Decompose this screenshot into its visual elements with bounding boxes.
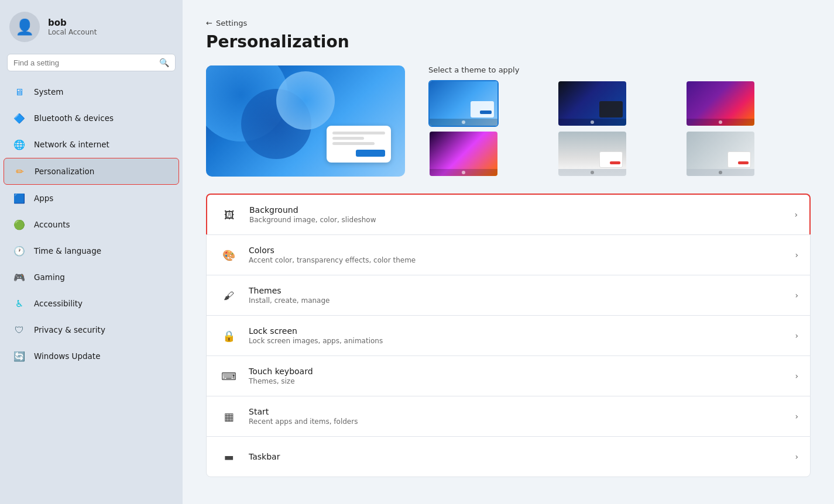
settings-title-lockscreen: Lock screen: [249, 326, 785, 336]
nav-icon-system: 🖥: [13, 85, 26, 98]
sidebar-item-update[interactable]: 🔄 Windows Update: [4, 343, 179, 369]
chevron-icon-background: ›: [794, 210, 798, 219]
settings-icon-touchkeyboard: ⌨: [218, 365, 239, 386]
nav-label-accessibility: Accessibility: [34, 299, 83, 308]
sidebar-item-privacy[interactable]: 🛡 Privacy & security: [4, 317, 179, 343]
nav-icon-time: 🕐: [13, 244, 26, 257]
settings-item-themes[interactable]: 🖌 Themes Install, create, manage ›: [206, 275, 811, 315]
theme-grid-section: Select a theme to apply: [428, 65, 811, 177]
nav-label-gaming: Gaming: [34, 272, 65, 282]
sidebar-item-network[interactable]: 🌐 Network & internet: [4, 132, 179, 157]
back-button[interactable]: ← Settings: [206, 19, 811, 27]
settings-title-taskbar: Taskbar: [249, 452, 785, 461]
theme-option-3[interactable]: [685, 80, 756, 127]
user-icon: 👤: [15, 18, 34, 36]
settings-desc-themes: Install, create, manage: [249, 296, 785, 305]
sidebar-item-time[interactable]: 🕐 Time & language: [4, 238, 179, 264]
settings-desc-background: Background image, color, slideshow: [249, 216, 785, 224]
settings-desc-lockscreen: Lock screen images, apps, animations: [249, 337, 785, 345]
settings-text-background: Background Background image, color, slid…: [249, 205, 785, 224]
theme-option-1[interactable]: [428, 80, 499, 127]
settings-icon-lockscreen: 🔒: [218, 325, 239, 346]
chevron-icon-touchkeyboard: ›: [795, 371, 798, 381]
settings-text-lockscreen: Lock screen Lock screen images, apps, an…: [249, 326, 785, 345]
settings-text-touchkeyboard: Touch keyboard Themes, size: [249, 367, 785, 385]
settings-text-taskbar: Taskbar: [249, 452, 785, 461]
search-icon: 🔍: [159, 58, 169, 67]
nav-icon-update: 🔄: [13, 350, 26, 363]
search-input[interactable]: [13, 58, 155, 67]
settings-item-touchkeyboard[interactable]: ⌨ Touch keyboard Themes, size ›: [206, 355, 811, 396]
nav-list: 🖥 System 🔷 Bluetooth & devices 🌐 Network…: [0, 78, 183, 370]
chevron-icon-start: ›: [795, 412, 798, 421]
sidebar-item-personalization[interactable]: ✏ Personalization: [4, 158, 179, 185]
back-arrow-icon: ←: [206, 19, 212, 27]
settings-list: 🖼 Background Background image, color, sl…: [206, 194, 811, 477]
nav-icon-network: 🌐: [13, 138, 26, 151]
sidebar: 👤 bob Local Account 🔍 🖥 System 🔷 Bluetoo…: [0, 0, 183, 504]
settings-desc-colors: Accent color, transparency effects, colo…: [249, 256, 785, 264]
main-content: ← Settings Personalization: [183, 0, 834, 504]
chevron-icon-taskbar: ›: [795, 452, 798, 461]
nav-icon-accounts: 🟢: [13, 218, 26, 231]
theme-preview: [206, 65, 405, 177]
nav-label-network: Network & internet: [34, 140, 109, 149]
nav-icon-gaming: 🎮: [13, 271, 26, 284]
user-info: bob Local Account: [48, 18, 97, 36]
theme-section: Select a theme to apply: [206, 65, 811, 177]
user-name: bob: [48, 18, 97, 28]
settings-desc-touchkeyboard: Themes, size: [249, 377, 785, 385]
settings-desc-start: Recent apps and items, folders: [249, 417, 785, 426]
sidebar-item-accessibility[interactable]: ♿ Accessibility: [4, 291, 179, 316]
nav-label-accounts: Accounts: [34, 220, 70, 229]
preview-window: [206, 65, 405, 177]
preview-dialog: [327, 126, 391, 163]
nav-icon-privacy: 🛡: [13, 323, 26, 336]
settings-item-taskbar[interactable]: ▬ Taskbar ›: [206, 436, 811, 477]
settings-title-colors: Colors: [249, 246, 785, 255]
nav-label-system: System: [34, 87, 63, 96]
user-type: Local Account: [48, 28, 97, 36]
theme-option-6[interactable]: [685, 130, 756, 177]
settings-text-start: Start Recent apps and items, folders: [249, 407, 785, 426]
search-bar[interactable]: 🔍: [7, 54, 176, 71]
sidebar-header: 👤 bob Local Account: [0, 0, 183, 51]
sidebar-item-gaming[interactable]: 🎮 Gaming: [4, 264, 179, 290]
settings-title-themes: Themes: [249, 286, 785, 295]
settings-icon-start: ▦: [218, 406, 239, 427]
sidebar-item-accounts[interactable]: 🟢 Accounts: [4, 212, 179, 237]
nav-icon-apps: 🟦: [13, 192, 26, 205]
page-title: Personalization: [206, 32, 811, 51]
theme-option-5[interactable]: [557, 130, 627, 177]
settings-item-background[interactable]: 🖼 Background Background image, color, sl…: [206, 194, 811, 234]
sidebar-item-system[interactable]: 🖥 System: [4, 79, 179, 105]
theme-grid-label: Select a theme to apply: [428, 65, 811, 74]
settings-item-start[interactable]: ▦ Start Recent apps and items, folders ›: [206, 396, 811, 436]
nav-icon-personalization: ✏: [13, 165, 26, 178]
chevron-icon-themes: ›: [795, 291, 798, 300]
theme-option-2[interactable]: [557, 80, 627, 127]
chevron-icon-lockscreen: ›: [795, 331, 798, 340]
nav-icon-bluetooth: 🔷: [13, 112, 26, 125]
settings-title-touchkeyboard: Touch keyboard: [249, 367, 785, 376]
back-label: Settings: [216, 19, 247, 27]
nav-label-bluetooth: Bluetooth & devices: [34, 113, 114, 123]
theme-option-4[interactable]: [428, 130, 499, 177]
sidebar-item-bluetooth[interactable]: 🔷 Bluetooth & devices: [4, 105, 179, 131]
settings-icon-background: 🖼: [219, 204, 240, 225]
chevron-icon-colors: ›: [795, 250, 798, 260]
avatar: 👤: [9, 12, 40, 42]
settings-text-colors: Colors Accent color, transparency effect…: [249, 246, 785, 264]
nav-label-time: Time & language: [34, 246, 101, 256]
nav-label-personalization: Personalization: [35, 167, 94, 176]
settings-title-background: Background: [249, 205, 785, 215]
nav-icon-accessibility: ♿: [13, 297, 26, 310]
nav-label-privacy: Privacy & security: [34, 325, 105, 334]
settings-icon-taskbar: ▬: [218, 446, 239, 467]
sidebar-item-apps[interactable]: 🟦 Apps: [4, 185, 179, 211]
settings-title-start: Start: [249, 407, 785, 416]
settings-item-colors[interactable]: 🎨 Colors Accent color, transparency effe…: [206, 234, 811, 275]
settings-icon-colors: 🎨: [218, 244, 239, 265]
settings-item-lockscreen[interactable]: 🔒 Lock screen Lock screen images, apps, …: [206, 315, 811, 355]
nav-label-update: Windows Update: [34, 351, 100, 361]
